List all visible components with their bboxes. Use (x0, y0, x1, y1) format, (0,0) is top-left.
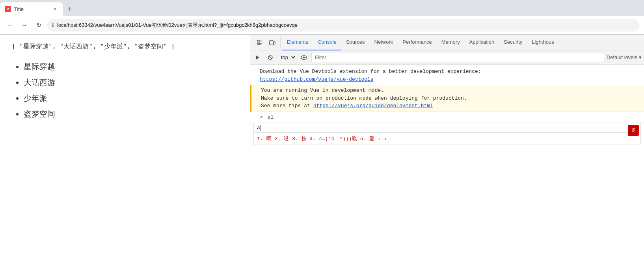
tab-security[interactable]: Security (499, 35, 527, 50)
context-selector[interactable]: top (278, 53, 296, 61)
autocomplete-num-1: 1. (257, 136, 263, 142)
tab-close-button[interactable]: × (51, 6, 58, 13)
active-tab[interactable]: V Title × (0, 2, 63, 16)
input-text: a (257, 125, 260, 131)
console-message-devmode: You are running Vue in development mode.… (250, 85, 644, 112)
console-toolbar: top Default levels ▾ (250, 50, 644, 65)
list-item: 盗梦空间 (24, 106, 238, 122)
url-bar[interactable]: ℹ localhost:63342/vue/learnVuejs01/01-Vu… (47, 19, 639, 32)
autocomplete-item-5[interactable]: 爱 (369, 135, 374, 142)
devtools-panel: Elements Console Sources Network Perform… (250, 35, 644, 275)
devtools-tab-bar: Elements Console Sources Network Perform… (250, 35, 644, 50)
eye-icon[interactable] (299, 52, 309, 63)
autocomplete-item-2[interactable]: 哎 (284, 135, 289, 142)
console-prompt-text: al (268, 114, 274, 120)
main-area: [ "星际穿越", "大话西游", "少年派", "盗梦空间" ] 星际穿越大话… (0, 35, 644, 275)
info-icon: ℹ (52, 22, 54, 28)
tab-bar: V Title × + (0, 0, 644, 16)
inspect-element-icon[interactable] (254, 37, 265, 48)
autocomplete-prev[interactable]: ‹ (378, 136, 381, 142)
forward-button[interactable]: → (19, 20, 30, 31)
url-text: localhost:63342/vue/learnVuejs01/01-Vue初… (57, 22, 298, 29)
tab-performance[interactable]: Performance (398, 35, 436, 50)
filter-input[interactable] (311, 53, 604, 62)
sogou-icon: S (628, 125, 639, 136)
address-bar: ← → ↻ ℹ localhost:63342/vue/learnVuejs01… (0, 16, 644, 35)
devtools-icon-group (252, 37, 281, 48)
autocomplete-item-3[interactable]: 按 (302, 135, 307, 142)
svg-rect-5 (274, 42, 275, 44)
tab-lighthouse[interactable]: Lighthous (527, 35, 558, 50)
autocomplete-num-5: 5. (360, 136, 367, 142)
back-button[interactable]: ← (5, 20, 16, 31)
input-cursor (261, 125, 261, 131)
tab-network[interactable]: Network (370, 35, 398, 50)
console-arrow-icon: > (260, 114, 263, 120)
svg-point-10 (303, 56, 305, 58)
autocomplete-dropdown[interactable]: 1. 啊 2. 哎 3. 按 4. ε=(′ο｀*)))唤 5. 爱 ‹ › (253, 133, 641, 145)
device-toolbar-icon[interactable] (267, 37, 278, 48)
list-item: 少年派 (24, 90, 238, 106)
list-item: 大话西游 (24, 74, 238, 90)
new-tab-button[interactable]: + (63, 2, 76, 16)
autocomplete-next[interactable]: › (384, 136, 387, 142)
svg-rect-4 (270, 41, 273, 45)
svg-marker-6 (256, 56, 259, 59)
array-display: [ "星际穿越", "大话西游", "少年派", "盗梦空间" ] (12, 43, 238, 51)
favicon-text: V (7, 7, 9, 11)
autocomplete-item-1[interactable]: 啊 (266, 135, 272, 142)
tab-title: Title (14, 6, 48, 12)
list-item: 星际穿越 (24, 59, 238, 74)
tab-favicon: V (5, 6, 11, 12)
tab-application[interactable]: Application (465, 35, 499, 50)
autocomplete-num-4: 4. (310, 136, 316, 142)
devtools-link[interactable]: https://github.com/vuejs/vue-devtools (260, 76, 374, 82)
page-content: [ "星际穿越", "大话西游", "少年派", "盗梦空间" ] 星际穿越大话… (0, 35, 250, 275)
reload-button[interactable]: ↻ (33, 20, 44, 31)
svg-rect-0 (257, 40, 259, 42)
autocomplete-num-2: 2. (275, 136, 281, 142)
console-input-box[interactable]: a S (253, 123, 641, 133)
autocomplete-items: 1. 啊 2. 哎 3. 按 4. ε=(′ο｀*)))唤 5. 爱 ‹ › (257, 135, 637, 142)
console-clear-icon[interactable] (265, 52, 275, 63)
deployment-link[interactable]: https://vuejs.org/guide/deployment.html (313, 103, 433, 109)
console-run-icon[interactable] (253, 52, 263, 63)
tab-memory[interactable]: Memory (437, 35, 465, 50)
autocomplete-num-3: 3. (292, 136, 298, 142)
svg-line-8 (269, 56, 272, 59)
autocomplete-item-4[interactable]: ε=(′ο｀*)))唤 (319, 135, 357, 142)
console-prompt-output: > al (250, 112, 644, 123)
console-message-devtools: Download the Vue Devtools extension for … (250, 66, 644, 85)
tab-elements[interactable]: Elements (282, 35, 313, 50)
autocomplete-container: a S 1. 啊 2. 哎 3. 按 (253, 123, 641, 145)
default-levels-selector[interactable]: Default levels ▾ (607, 54, 642, 60)
tab-console[interactable]: Console (313, 35, 341, 50)
tab-sources[interactable]: Sources (341, 35, 370, 50)
console-output: Download the Vue Devtools extension for … (250, 65, 644, 275)
movie-list: 星际穿越大话西游少年派盗梦空间 (12, 59, 238, 122)
